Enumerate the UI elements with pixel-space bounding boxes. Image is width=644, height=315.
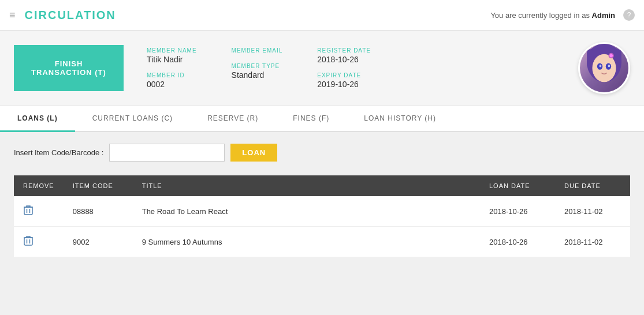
remove-cell[interactable]: [14, 196, 64, 227]
member-type-label: MEMBER TYPE: [232, 63, 283, 69]
expiry-date-value: 2019-10-26: [317, 80, 371, 89]
member-id-label: MEMBER ID: [147, 72, 197, 78]
svg-rect-17: [24, 238, 32, 245]
loans-table: REMOVE ITEM CODE TITLE LOAN DATE DUE DAT…: [14, 175, 630, 257]
member-type-value: Standard: [232, 70, 283, 80]
table-body: 08888 The Road To Learn React 2018-10-26…: [14, 196, 630, 257]
item-code-label: Insert Item Code/Barcode :: [14, 148, 103, 157]
col-itemcode-header: ITEM CODE: [64, 175, 133, 196]
member-name-col: MEMBER NAME Titik Nadir MEMBER ID 0002: [147, 47, 197, 89]
loan-input-row: Insert Item Code/Barcode : LOAN: [14, 144, 630, 162]
table-row: 08888 The Road To Learn React 2018-10-26…: [14, 196, 630, 227]
member-name-value: Titik Nadir: [147, 55, 197, 64]
register-date-value: 2018-10-26: [317, 55, 371, 64]
delete-icon[interactable]: [23, 204, 33, 218]
col-title-header: TITLE: [133, 175, 480, 196]
col-loandate-header: LOAN DATE: [480, 175, 555, 196]
member-details: MEMBER NAME Titik Nadir MEMBER ID 0002 M…: [147, 47, 555, 89]
item-code-cell: 9002: [64, 227, 133, 257]
tab-bar: LOANS (L) CURRENT LOANS (C) RESERVE (R) …: [0, 106, 644, 132]
item-code-input[interactable]: [109, 144, 225, 162]
loan-button[interactable]: LOAN: [230, 144, 277, 162]
svg-point-12: [609, 54, 613, 58]
header: ≡ CIRCULATION You are currently logged i…: [0, 0, 644, 31]
remove-cell[interactable]: [14, 227, 64, 257]
expiry-date-group: EXPIRY DATE 2019-10-26: [317, 72, 371, 89]
login-status: You are currently logged in as Admin: [490, 11, 615, 20]
menu-icon[interactable]: ≡: [9, 9, 16, 21]
avatar: [578, 42, 630, 94]
tab-reserve[interactable]: RESERVE (R): [190, 106, 276, 132]
svg-rect-13: [24, 207, 32, 215]
delete-icon[interactable]: [23, 235, 33, 249]
tab-current-loans[interactable]: CURRENT LOANS (C): [75, 106, 190, 132]
avatar-image: [580, 44, 628, 92]
due-date-cell: 2018-11-02: [555, 196, 630, 227]
tab-loans[interactable]: LOANS (L): [0, 106, 75, 132]
member-name-label: MEMBER NAME: [147, 47, 197, 54]
member-email-label: MEMBER EMAIL: [232, 47, 283, 54]
title-cell: 9 Summers 10 Autumns: [133, 227, 480, 257]
expiry-date-label: EXPIRY DATE: [317, 72, 371, 78]
loan-date-cell: 2018-10-26: [480, 227, 555, 257]
register-date-group: REGISTER DATE 2018-10-26: [317, 47, 371, 64]
register-date-label: REGISTER DATE: [317, 47, 371, 54]
col-remove-header: REMOVE: [14, 175, 64, 196]
loans-content: Insert Item Code/Barcode : LOAN REMOVE I…: [0, 132, 644, 269]
finish-transaction-button[interactable]: FINISH TRANSACTION (T): [14, 45, 124, 91]
title-cell: The Road To Learn React: [133, 196, 480, 227]
member-info-area: FINISH TRANSACTION (T) MEMBER NAME Titik…: [0, 31, 644, 106]
item-code-cell: 08888: [64, 196, 133, 227]
member-email-col: MEMBER EMAIL MEMBER TYPE Standard: [232, 47, 283, 89]
table-header: REMOVE ITEM CODE TITLE LOAN DATE DUE DAT…: [14, 175, 630, 196]
tab-fines[interactable]: FINES (F): [276, 106, 347, 132]
member-dates-col: REGISTER DATE 2018-10-26 EXPIRY DATE 201…: [317, 47, 371, 89]
member-id-value: 0002: [147, 80, 197, 89]
svg-point-7: [600, 65, 602, 68]
admin-name: Admin: [592, 11, 615, 20]
app-title: CIRCULATION: [25, 9, 116, 22]
table-row: 9002 9 Summers 10 Autumns 2018-10-26 201…: [14, 227, 630, 257]
member-type-group: MEMBER TYPE Standard: [232, 63, 283, 80]
col-duedate-header: DUE DATE: [555, 175, 630, 196]
member-email-group: MEMBER EMAIL: [232, 47, 283, 55]
tab-loan-history[interactable]: LOAN HISTORY (H): [347, 106, 453, 132]
svg-point-4: [592, 54, 616, 82]
svg-point-8: [608, 65, 611, 68]
member-name-group: MEMBER NAME Titik Nadir: [147, 47, 197, 64]
due-date-cell: 2018-11-02: [555, 227, 630, 257]
member-id-group: MEMBER ID 0002: [147, 72, 197, 89]
loan-date-cell: 2018-10-26: [480, 196, 555, 227]
help-icon[interactable]: ?: [623, 9, 635, 21]
